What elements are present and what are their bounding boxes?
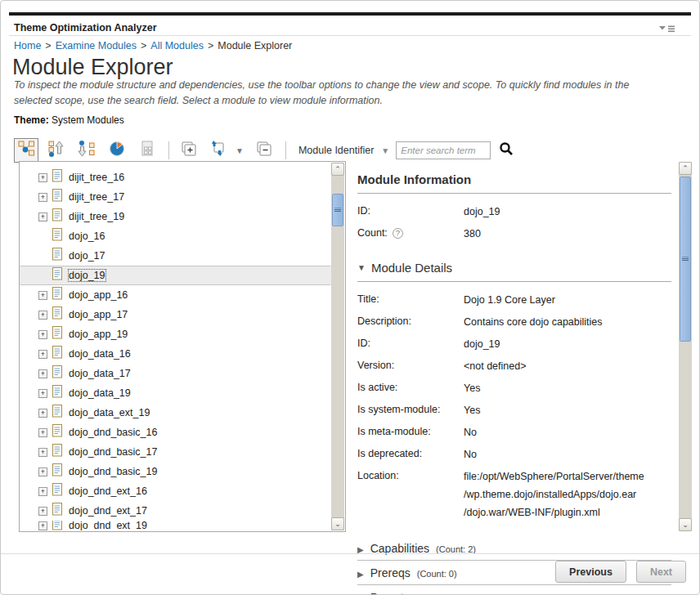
tree-item-dojo_dnd_basic_16[interactable]: +dojo_dnd_basic_16 (20, 423, 331, 442)
expand-plus-icon[interactable]: + (38, 507, 47, 516)
detail-label: Is meta-module: (357, 426, 464, 437)
tree-item-dojo_data_ext_19[interactable]: +dojo_data_ext_19 (20, 403, 331, 423)
chevron-expanded-icon: ▼ (357, 263, 366, 272)
next-button[interactable]: Next (636, 561, 686, 583)
scroll-down-button[interactable]: ⌄ (679, 518, 692, 531)
tree-item-dojo_dnd_ext_17[interactable]: +dojo_dnd_ext_17 (20, 501, 331, 521)
tree-item-dojo_16[interactable]: +dojo_16 (20, 226, 331, 246)
expand-plus-icon[interactable]: + (38, 212, 47, 221)
scroll-up-button[interactable]: ⌃ (331, 163, 344, 176)
expand-plus-icon[interactable]: + (38, 487, 47, 496)
tree-item-label: dojo_data_ext_19 (69, 407, 150, 418)
detail-label: ID: (357, 338, 464, 349)
summary-value: dojo_19 (464, 203, 500, 221)
expand-plus-icon[interactable]: + (38, 428, 47, 437)
module-document-icon (52, 326, 63, 342)
expand-plus-icon[interactable]: + (38, 369, 47, 378)
module-details-section-header[interactable]: ▼ Module Details (357, 261, 675, 275)
tree-item-dojo_app_17[interactable]: +dojo_app_17 (20, 305, 331, 324)
module-document-icon (52, 521, 63, 530)
tree-item-label: dojo_data_19 (69, 387, 131, 399)
breadcrumb-all-modules[interactable]: All Modules (150, 40, 204, 51)
tree-item-dijit_tree_16[interactable]: +dijit_tree_16 (20, 168, 331, 187)
module-document-icon (52, 208, 63, 225)
tree-item-dojo_dnd_ext_19[interactable]: +dojo_dnd_ext_19 (20, 521, 331, 530)
tree-item-dojo_app_19[interactable]: +dojo_app_19 (20, 324, 331, 344)
expand-plus-icon[interactable]: + (38, 291, 47, 300)
expand-plus-icon[interactable]: + (38, 330, 47, 339)
show-parents-button[interactable] (44, 138, 69, 163)
page-title: Module Explorer (12, 55, 173, 80)
scroll-up-button[interactable]: ⌃ (679, 162, 692, 175)
tree-item-dijit_tree_1[interactable]: +dijit_tree_1 (20, 162, 331, 168)
show-children-button[interactable] (74, 138, 99, 163)
tree-item-label: dojo_app_17 (69, 309, 128, 320)
module-info-panel: Module Information ID:dojo_19Count:?380 … (351, 161, 692, 532)
pie-chart-button[interactable] (105, 138, 129, 163)
expand-plus-icon[interactable]: + (38, 521, 47, 530)
previous-button[interactable]: Previous (555, 561, 626, 583)
expand-plus-icon[interactable]: + (38, 409, 47, 418)
summary-value: 380 (464, 225, 481, 243)
expand-plus-icon[interactable]: + (38, 350, 47, 359)
tree-view-button[interactable] (14, 138, 38, 163)
module-document-icon (52, 405, 63, 421)
section-count: (Count: 0) (417, 569, 457, 579)
search-input[interactable] (396, 141, 491, 159)
module-summary: ID:dojo_19Count:?380 (351, 202, 675, 246)
breadcrumb-home[interactable]: Home (14, 40, 41, 51)
expand-plus-icon[interactable]: + (38, 389, 47, 398)
divider (357, 281, 671, 282)
module-details-heading: Module Details (371, 261, 452, 275)
chevron-right-icon: ▶ (357, 570, 364, 579)
info-scrollbar[interactable]: ⌃ ⌄ (679, 162, 692, 531)
divider (357, 193, 671, 194)
tree-item-dojo_dnd_basic_19[interactable]: +dojo_dnd_basic_19 (20, 462, 331, 481)
info-scrollbar-thumb[interactable] (680, 177, 691, 342)
expand-plus-icon[interactable]: + (38, 448, 47, 457)
search-button[interactable] (499, 141, 514, 159)
help-icon[interactable]: ? (393, 228, 403, 239)
module-document-icon (52, 483, 63, 499)
tree-item-dojo_app_16[interactable]: +dojo_app_16 (20, 285, 331, 305)
search-field-selector[interactable]: Module Identifier ▼ (298, 145, 389, 156)
module-tree: +dijit_tree_1+dijit_tree_16+dijit_tree_1… (20, 162, 331, 530)
tree-item-dojo_data_16[interactable]: +dojo_data_16 (20, 344, 331, 364)
module-document-icon (52, 228, 63, 244)
scroll-down-button[interactable]: ⌄ (331, 517, 344, 530)
tree-item-dojo_data_19[interactable]: +dojo_data_19 (20, 383, 331, 403)
tree-item-dijit_tree_17[interactable]: +dijit_tree_17 (20, 187, 331, 207)
expand-all-dropdown-caret[interactable]: ▼ (236, 146, 244, 155)
tree-item-dojo_dnd_ext_16[interactable]: +dojo_dnd_ext_16 (20, 481, 331, 501)
tree-item-dijit_tree_19[interactable]: +dijit_tree_19 (20, 207, 331, 226)
portlet-top-bar (9, 12, 691, 16)
footer: Previous Next (545, 561, 686, 583)
expand-plus-icon[interactable]: + (38, 193, 47, 202)
breadcrumb-examine-modules[interactable]: Examine Modules (56, 40, 137, 51)
collapse-button[interactable] (252, 138, 276, 163)
detail-label: Is deprecated: (357, 448, 464, 459)
tree-item-dojo_data_17[interactable]: +dojo_data_17 (20, 364, 331, 383)
detail-row: Is active:Yes (351, 378, 675, 400)
report-button[interactable] (135, 138, 159, 163)
expand-plus-icon[interactable]: + (38, 468, 47, 476)
report-icon (138, 140, 156, 161)
tree-item-dojo_19[interactable]: +dojo_19 (20, 266, 331, 285)
detail-row: ID:dojo_19 (351, 334, 675, 356)
section-parents[interactable]: ▶Parents(Count: 36) (357, 585, 671, 595)
expand-plus-icon[interactable]: + (38, 173, 47, 182)
expand-plus-icon[interactable]: + (38, 311, 47, 320)
tree-item-label: dojo_16 (69, 230, 105, 242)
detail-row: Is system-module:Yes (351, 400, 675, 423)
theme-label: Theme: (14, 114, 49, 126)
tree-scrollbar-thumb[interactable] (332, 194, 343, 226)
tree-item-dojo_17[interactable]: +dojo_17 (20, 246, 331, 266)
tree-item-label: dojo_17 (69, 250, 105, 262)
toolbar-separator (285, 141, 286, 159)
tree-item-dojo_dnd_basic_17[interactable]: +dojo_dnd_basic_17 (20, 442, 331, 462)
expand-all-button[interactable] (207, 138, 231, 163)
expand-button[interactable] (177, 138, 201, 163)
section-capabilities[interactable]: ▶Capabilities(Count: 2) (357, 536, 671, 561)
detail-row: Location:file:/opt/WebSphere/PortalServe… (351, 467, 675, 525)
tree-scrollbar[interactable]: ⌃ ⌄ (331, 163, 344, 530)
